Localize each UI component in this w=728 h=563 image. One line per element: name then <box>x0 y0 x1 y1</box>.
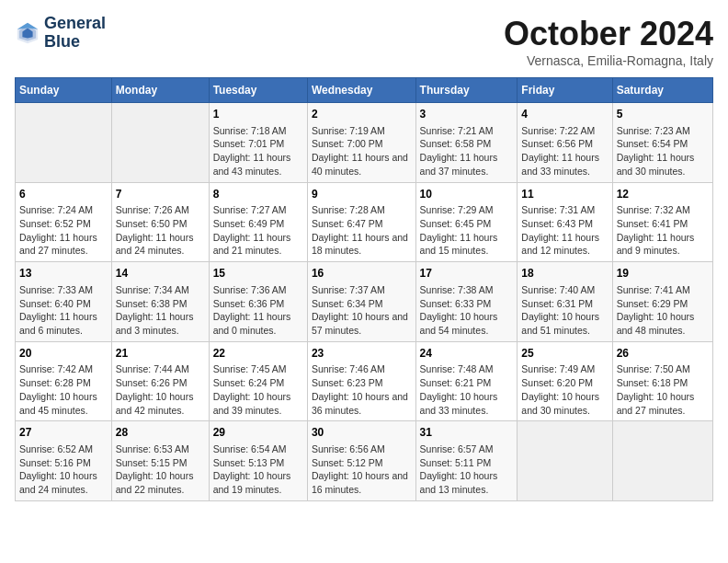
calendar-cell: 3Sunrise: 7:21 AMSunset: 6:58 PMDaylight… <box>415 103 518 183</box>
calendar-cell: 10Sunrise: 7:29 AMSunset: 6:45 PMDayligh… <box>415 182 518 262</box>
cell-sun-info: Sunrise: 7:48 AMSunset: 6:21 PMDaylight:… <box>420 362 514 417</box>
calendar-cell: 23Sunrise: 7:46 AMSunset: 6:23 PMDayligh… <box>307 341 415 421</box>
calendar-week-row: 6Sunrise: 7:24 AMSunset: 6:52 PMDaylight… <box>16 182 713 262</box>
cell-sun-info: Sunrise: 6:54 AMSunset: 5:13 PMDaylight:… <box>213 442 303 497</box>
day-number: 9 <box>312 187 412 202</box>
calendar-week-row: 20Sunrise: 7:42 AMSunset: 6:28 PMDayligh… <box>16 341 713 421</box>
day-number: 17 <box>420 266 514 282</box>
location-subtitle: Vernasca, Emilia-Romagna, Italy <box>504 53 713 68</box>
day-number: 5 <box>617 107 709 122</box>
calendar-cell: 15Sunrise: 7:36 AMSunset: 6:36 PMDayligh… <box>209 262 307 342</box>
cell-sun-info: Sunrise: 7:45 AMSunset: 6:24 PMDaylight:… <box>213 362 303 417</box>
calendar-cell: 16Sunrise: 7:37 AMSunset: 6:34 PMDayligh… <box>307 262 415 342</box>
calendar-cell: 28Sunrise: 6:53 AMSunset: 5:15 PMDayligh… <box>111 421 209 501</box>
day-number: 30 <box>312 425 412 441</box>
day-number: 27 <box>19 425 108 441</box>
cell-sun-info: Sunrise: 7:19 AMSunset: 7:00 PMDaylight:… <box>312 124 412 178</box>
calendar-table: SundayMondayTuesdayWednesdayThursdayFrid… <box>15 77 713 501</box>
calendar-cell <box>16 103 112 183</box>
calendar-cell: 6Sunrise: 7:24 AMSunset: 6:52 PMDaylight… <box>16 182 112 262</box>
calendar-cell: 30Sunrise: 6:56 AMSunset: 5:12 PMDayligh… <box>307 421 415 501</box>
cell-sun-info: Sunrise: 6:56 AMSunset: 5:12 PMDaylight:… <box>312 442 412 497</box>
cell-sun-info: Sunrise: 7:18 AMSunset: 7:01 PMDaylight:… <box>213 124 303 178</box>
day-number: 29 <box>213 425 303 441</box>
cell-sun-info: Sunrise: 7:32 AMSunset: 6:41 PMDaylight:… <box>617 203 709 258</box>
calendar-cell: 14Sunrise: 7:34 AMSunset: 6:38 PMDayligh… <box>111 262 209 342</box>
calendar-cell <box>111 103 209 183</box>
cell-sun-info: Sunrise: 7:42 AMSunset: 6:28 PMDaylight:… <box>19 362 108 417</box>
calendar-cell: 21Sunrise: 7:44 AMSunset: 6:26 PMDayligh… <box>111 341 209 421</box>
calendar-cell: 25Sunrise: 7:49 AMSunset: 6:20 PMDayligh… <box>518 341 612 421</box>
title-block: October 2024 Vernasca, Emilia-Romagna, I… <box>504 15 713 68</box>
calendar-cell: 24Sunrise: 7:48 AMSunset: 6:21 PMDayligh… <box>415 341 518 421</box>
day-number: 2 <box>312 107 412 122</box>
day-number: 7 <box>116 187 205 202</box>
day-number: 22 <box>213 346 303 362</box>
day-number: 25 <box>521 346 608 362</box>
calendar-cell: 1Sunrise: 7:18 AMSunset: 7:01 PMDaylight… <box>209 103 307 183</box>
weekday-header: Friday <box>518 78 612 103</box>
day-number: 21 <box>116 346 205 362</box>
day-number: 26 <box>617 346 709 362</box>
weekday-header: Wednesday <box>307 78 415 103</box>
cell-sun-info: Sunrise: 6:57 AMSunset: 5:11 PMDaylight:… <box>420 442 514 497</box>
logo-text: General Blue <box>44 15 106 52</box>
day-number: 3 <box>420 107 514 122</box>
day-number: 28 <box>116 425 205 441</box>
calendar-cell: 7Sunrise: 7:26 AMSunset: 6:50 PMDaylight… <box>111 182 209 262</box>
cell-sun-info: Sunrise: 7:50 AMSunset: 6:18 PMDaylight:… <box>617 362 709 417</box>
cell-sun-info: Sunrise: 6:53 AMSunset: 5:15 PMDaylight:… <box>116 442 205 497</box>
cell-sun-info: Sunrise: 6:52 AMSunset: 5:16 PMDaylight:… <box>19 442 108 497</box>
cell-sun-info: Sunrise: 7:23 AMSunset: 6:54 PMDaylight:… <box>617 124 709 178</box>
logo: General Blue <box>15 15 106 52</box>
month-title: October 2024 <box>504 15 713 53</box>
calendar-cell <box>518 421 612 501</box>
calendar-cell: 18Sunrise: 7:40 AMSunset: 6:31 PMDayligh… <box>518 262 612 342</box>
day-number: 4 <box>521 107 608 122</box>
day-number: 24 <box>420 346 514 362</box>
day-number: 10 <box>420 187 514 202</box>
calendar-cell: 12Sunrise: 7:32 AMSunset: 6:41 PMDayligh… <box>612 182 712 262</box>
day-number: 15 <box>213 266 303 282</box>
cell-sun-info: Sunrise: 7:22 AMSunset: 6:56 PMDaylight:… <box>521 124 608 178</box>
weekday-header-row: SundayMondayTuesdayWednesdayThursdayFrid… <box>16 78 713 103</box>
day-number: 13 <box>19 266 108 282</box>
cell-sun-info: Sunrise: 7:41 AMSunset: 6:29 PMDaylight:… <box>617 283 709 338</box>
day-number: 16 <box>312 266 412 282</box>
calendar-cell: 22Sunrise: 7:45 AMSunset: 6:24 PMDayligh… <box>209 341 307 421</box>
weekday-header: Sunday <box>16 78 112 103</box>
day-number: 18 <box>521 266 608 282</box>
calendar-cell: 2Sunrise: 7:19 AMSunset: 7:00 PMDaylight… <box>307 103 415 183</box>
calendar-cell: 31Sunrise: 6:57 AMSunset: 5:11 PMDayligh… <box>415 421 518 501</box>
cell-sun-info: Sunrise: 7:21 AMSunset: 6:58 PMDaylight:… <box>420 124 514 178</box>
calendar-week-row: 13Sunrise: 7:33 AMSunset: 6:40 PMDayligh… <box>16 262 713 342</box>
cell-sun-info: Sunrise: 7:40 AMSunset: 6:31 PMDaylight:… <box>521 283 608 338</box>
calendar-cell <box>612 421 712 501</box>
calendar-cell: 9Sunrise: 7:28 AMSunset: 6:47 PMDaylight… <box>307 182 415 262</box>
day-number: 11 <box>521 187 608 202</box>
weekday-header: Monday <box>111 78 209 103</box>
cell-sun-info: Sunrise: 7:26 AMSunset: 6:50 PMDaylight:… <box>116 203 205 258</box>
calendar-week-row: 27Sunrise: 6:52 AMSunset: 5:16 PMDayligh… <box>16 421 713 501</box>
page-header: General Blue October 2024 Vernasca, Emil… <box>15 15 713 68</box>
day-number: 1 <box>213 107 303 122</box>
cell-sun-info: Sunrise: 7:29 AMSunset: 6:45 PMDaylight:… <box>420 203 514 258</box>
cell-sun-info: Sunrise: 7:44 AMSunset: 6:26 PMDaylight:… <box>116 362 205 417</box>
cell-sun-info: Sunrise: 7:27 AMSunset: 6:49 PMDaylight:… <box>213 203 303 258</box>
weekday-header: Tuesday <box>209 78 307 103</box>
weekday-header: Thursday <box>415 78 518 103</box>
calendar-cell: 13Sunrise: 7:33 AMSunset: 6:40 PMDayligh… <box>16 262 112 342</box>
day-number: 20 <box>19 346 108 362</box>
day-number: 19 <box>617 266 709 282</box>
calendar-cell: 5Sunrise: 7:23 AMSunset: 6:54 PMDaylight… <box>612 103 712 183</box>
day-number: 6 <box>19 187 108 202</box>
calendar-cell: 11Sunrise: 7:31 AMSunset: 6:43 PMDayligh… <box>518 182 612 262</box>
cell-sun-info: Sunrise: 7:24 AMSunset: 6:52 PMDaylight:… <box>19 203 108 258</box>
cell-sun-info: Sunrise: 7:34 AMSunset: 6:38 PMDaylight:… <box>116 283 205 338</box>
day-number: 23 <box>312 346 412 362</box>
cell-sun-info: Sunrise: 7:46 AMSunset: 6:23 PMDaylight:… <box>312 362 412 417</box>
calendar-week-row: 1Sunrise: 7:18 AMSunset: 7:01 PMDaylight… <box>16 103 713 183</box>
cell-sun-info: Sunrise: 7:33 AMSunset: 6:40 PMDaylight:… <box>19 283 108 338</box>
day-number: 12 <box>617 187 709 202</box>
day-number: 14 <box>116 266 205 282</box>
